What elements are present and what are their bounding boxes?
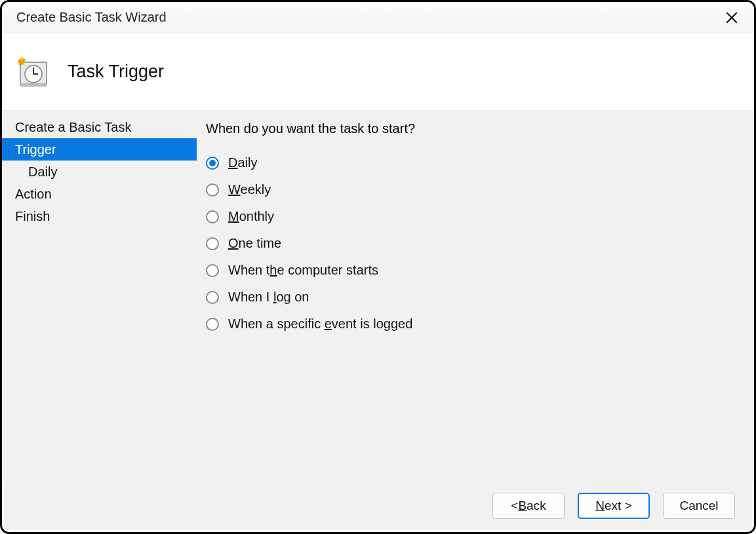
wizard-body: Create a Basic TaskTriggerDailyActionFin… [2,111,754,484]
trigger-option-weekly[interactable]: Weekly [206,176,736,203]
wizard-step-daily[interactable]: Daily [2,161,197,183]
svg-rect-3 [20,83,47,86]
radio-icon [206,291,219,304]
close-icon [726,12,738,24]
wizard-step-trigger[interactable]: Trigger [2,138,197,161]
wizard-steps-sidebar: Create a Basic TaskTriggerDailyActionFin… [2,111,197,484]
radio-label: Daily [228,155,257,170]
wizard-footer: < Back Next > Cancel [4,482,752,530]
radio-label: When I log on [228,290,309,305]
trigger-options-group: DailyWeeklyMonthlyOne timeWhen the compu… [206,149,736,337]
radio-icon [206,318,219,331]
wizard-step-create-a-basic-task[interactable]: Create a Basic Task [2,116,197,138]
wizard-window: Create Basic Task Wizard Task Trigger Cr… [0,0,756,534]
window-title: Create Basic Task Wizard [16,10,167,25]
radio-label: Monthly [228,209,274,224]
trigger-option-daily[interactable]: Daily [206,149,736,176]
trigger-question: When do you want the task to start? [206,121,736,136]
trigger-option-when-a-specific-event-is-logged[interactable]: When a specific event is logged [206,311,736,337]
radio-label: When a specific event is logged [228,316,412,332]
wizard-step-action[interactable]: Action [2,183,197,205]
radio-label: Weekly [228,182,271,197]
radio-icon [206,157,219,170]
radio-label: One time [228,236,281,251]
trigger-option-when-i-log-on[interactable]: When I log on [206,284,736,311]
wizard-header: Task Trigger [2,33,754,111]
radio-icon [206,264,219,277]
close-button[interactable] [719,5,745,31]
titlebar: Create Basic Task Wizard [2,2,754,33]
wizard-content: When do you want the task to start? Dail… [197,111,754,484]
radio-icon [206,183,219,197]
page-title: Task Trigger [68,62,164,82]
cancel-button[interactable]: Cancel [663,493,735,519]
radio-icon [206,210,219,223]
radio-icon [206,237,219,250]
back-button[interactable]: < Back [492,493,565,519]
wizard-step-finish[interactable]: Finish [2,205,197,227]
next-button[interactable]: Next > [578,493,650,519]
scheduled-task-icon [16,56,49,88]
trigger-option-monthly[interactable]: Monthly [206,203,736,230]
trigger-option-one-time[interactable]: One time [206,230,736,257]
trigger-option-when-the-computer-starts[interactable]: When the computer starts [206,257,736,284]
radio-label: When the computer starts [228,263,378,278]
